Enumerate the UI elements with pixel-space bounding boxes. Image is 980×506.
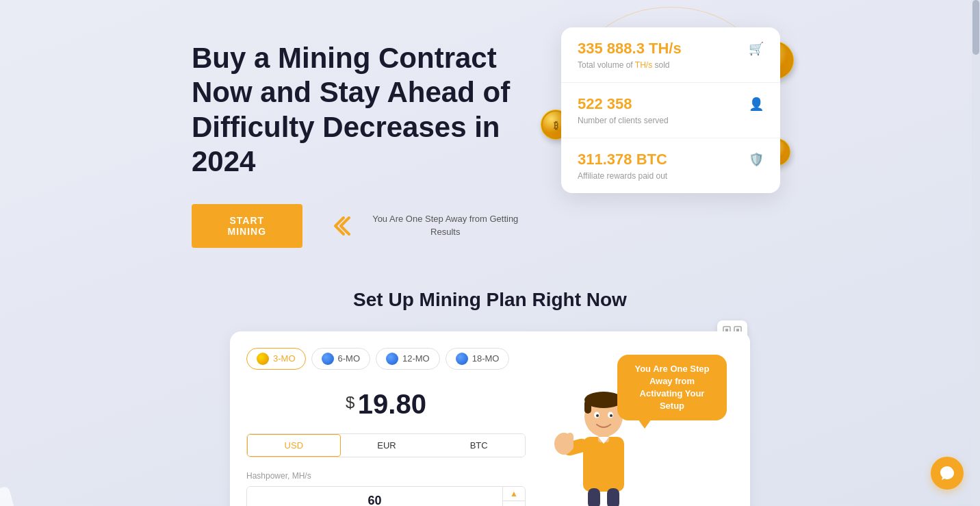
- user-icon: 👤: [749, 97, 764, 112]
- tab-label-12mo: 12-MO: [402, 353, 430, 364]
- tab-6mo[interactable]: 6-MO: [311, 348, 371, 370]
- svg-point-23: [610, 414, 612, 417]
- shield-icon: 🛡️: [749, 152, 764, 167]
- tab-coin-18mo: [456, 353, 468, 365]
- stat-value-hashrate: 335 888.3 TH/s: [578, 40, 682, 58]
- svg-rect-9: [736, 329, 739, 331]
- tab-18mo[interactable]: 18-MO: [446, 348, 510, 370]
- currency-eur[interactable]: EUR: [341, 434, 433, 457]
- section-title: Set Up Mining Plan Right Now: [109, 289, 871, 311]
- second-section: Set Up Mining Plan Right Now: [0, 275, 980, 506]
- page-wrapper: Buy a Mining Contract Now and Stay Ahead…: [0, 0, 980, 506]
- cta-hint-text: You Are One Step Away from Getting Resul…: [371, 213, 521, 238]
- speech-bubble: You Are One Step Away from Activating Yo…: [617, 355, 727, 421]
- stat-label-affiliate: Affiliate rewards paid out: [578, 171, 764, 181]
- hashpower-input[interactable]: [247, 487, 502, 506]
- tab-label-18mo: 18-MO: [472, 353, 500, 364]
- svg-rect-16: [583, 437, 624, 492]
- scrollbar-thumb[interactable]: [972, 0, 979, 55]
- stats-card: 335 888.3 TH/s 🛒 Total volume of TH/s so…: [561, 27, 780, 193]
- mining-plan-right: You Are One Step Away from Activating Yo…: [542, 348, 734, 506]
- svg-point-22: [596, 414, 599, 417]
- chat-bubble-icon: [939, 465, 955, 481]
- tab-coin-12mo: [386, 353, 398, 365]
- tab-coin-3mo: [257, 353, 269, 365]
- mining-plan-left: 3-MO 6-MO 12-MO 18-MO: [246, 348, 542, 506]
- currency-usd[interactable]: USD: [247, 434, 341, 457]
- currency-btc[interactable]: BTC: [433, 434, 525, 457]
- stat-item-affiliate: 311.378 BTC 🛡️ Affiliate rewards paid ou…: [561, 138, 780, 193]
- stat-label-hashrate: Total volume of TH/s sold: [578, 60, 764, 70]
- hashpower-label: Hashpower, MH/s: [246, 471, 526, 481]
- svg-rect-28: [567, 433, 573, 451]
- plan-tabs: 3-MO 6-MO 12-MO 18-MO: [246, 348, 526, 370]
- tab-coin-6mo: [322, 353, 334, 365]
- scrollbar[interactable]: [972, 0, 980, 506]
- mining-plan-card: 3-MO 6-MO 12-MO 18-MO: [230, 331, 750, 506]
- hero-actions: START MINING You Are One Step Away from …: [192, 204, 520, 248]
- stat-item-clients: 522 358 👤 Number of clients served: [561, 83, 780, 138]
- tab-label-6mo: 6-MO: [338, 353, 361, 364]
- price-display: $ 19.80: [246, 389, 526, 420]
- hero-left: Buy a Mining Contract Now and Stay Ahead…: [192, 41, 520, 248]
- hashpower-increment[interactable]: ▲: [503, 487, 525, 501]
- svg-text:₿: ₿: [554, 120, 558, 131]
- hero-title: Buy a Mining Contract Now and Stay Ahead…: [192, 41, 520, 179]
- card-decoration: [0, 485, 17, 506]
- tab-12mo[interactable]: 12-MO: [376, 348, 440, 370]
- svg-rect-19: [584, 400, 591, 414]
- stat-label-clients: Number of clients served: [578, 116, 764, 125]
- svg-rect-30: [607, 488, 619, 506]
- hero-right: 335 888.3 TH/s 🛒 Total volume of TH/s so…: [561, 27, 780, 193]
- svg-rect-29: [588, 488, 600, 506]
- svg-rect-7: [725, 329, 728, 331]
- cart-icon: 🛒: [749, 41, 764, 56]
- currency-tabs: USD EUR BTC: [246, 433, 526, 457]
- hashpower-stepper: ▲ ▼: [502, 487, 525, 506]
- chat-button[interactable]: [931, 457, 964, 490]
- stat-value-clients: 522 358: [578, 95, 632, 113]
- hashpower-decrement[interactable]: ▼: [503, 501, 525, 506]
- double-chevron-icon: [330, 210, 363, 242]
- tab-3mo[interactable]: 3-MO: [246, 348, 306, 370]
- stat-value-affiliate: 311.378 BTC: [578, 151, 667, 168]
- hero-section: Buy a Mining Contract Now and Stay Ahead…: [0, 0, 980, 275]
- character-area: You Are One Step Away from Activating Yo…: [542, 348, 734, 506]
- start-mining-button[interactable]: START MINING: [192, 204, 302, 248]
- price-amount: 19.80: [358, 389, 426, 419]
- currency-symbol: $: [346, 393, 354, 412]
- stat-item-hashrate: 335 888.3 TH/s 🛒 Total volume of TH/s so…: [561, 27, 780, 83]
- cta-hint: You Are One Step Away from Getting Resul…: [330, 210, 521, 242]
- tab-label-3mo: 3-MO: [273, 353, 296, 364]
- hashpower-input-row: ▲ ▼: [246, 486, 526, 506]
